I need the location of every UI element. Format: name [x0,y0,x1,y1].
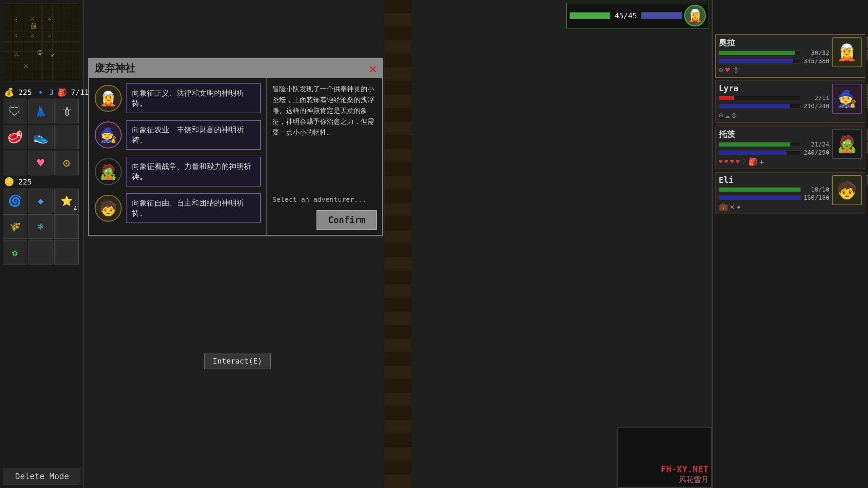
toz-portrait-icon: 🧟 [837,134,857,154]
lyra-icon3: ☮ [732,111,736,119]
char-card-lyra[interactable]: Lyra 2/11 210/240 ⊙ ☁ ☮ [715,80,865,123]
inv-slot-empty4[interactable] [28,240,53,265]
lyra-portrait: 🧙 [832,84,862,114]
char-card-aula[interactable]: 奥拉 30/32 345/380 ⊙ ♥ 🗡 [715,34,865,78]
dialog-close-button[interactable]: ✕ [369,62,377,75]
minimap: ⚔ ⚔ ⚔ ⚔ ⚔ ⚔ ⚔ ☺ 🏛 ✓ ⚔ [3,3,81,81]
mm-icon-4: ⚔ [14,31,18,39]
meat-icon: 🥩 [7,130,23,144]
choice-item-2[interactable]: 🧙 向象征农业、丰饶和财富的神明祈祷。 [95,120,261,150]
toz-arrow-up[interactable]: ▲ [866,129,868,140]
inv-slot-green-flower[interactable]: ✿ [3,240,27,265]
watermark: FH-XY.NET 风花雪月 [617,427,712,488]
lyra-mp-row: 210/240 [719,102,829,110]
resource-row: 💰 225 🔹 3 🎒 7/11 [3,85,81,99]
delete-mode-label: Delete Mode [15,472,69,481]
lyra-arrow-down[interactable]: ▼ [866,97,868,108]
choice-button-2[interactable]: 向象征农业、丰饶和财富的神明祈祷。 [126,120,261,150]
description-text: 冒险小队发现了一个供奉神灵的小圣坛，上面装饰着饱经沧桑的浅浮雕。这样的神殿肯定是… [272,83,377,190]
aula-icon1: ⊙ [719,66,723,74]
choice-avatar-1: 🧝 [95,85,122,112]
choice-avatar-icon-2: 🧙 [99,127,117,143]
dialog-title: 废弃神社 [95,61,135,75]
confirm-button[interactable]: Confirm [316,210,377,230]
inv-slot-armor[interactable]: 🛡 [3,99,27,123]
inv-slot-ring[interactable]: ⊙ [54,151,79,175]
inv-slot-meat[interactable]: 🥩 [3,125,27,149]
lyra-hp-row: 2/11 [719,94,829,101]
inv-slot-empty2[interactable] [3,151,27,175]
inv-slot-heart[interactable]: ♥ [28,151,53,175]
choice-button-3[interactable]: 向象征着战争、力量和毅力的神明祈祷。 [126,157,261,187]
choice-avatar-icon-1: 🧝 [99,90,117,107]
aula-mp-fill [719,59,793,63]
dialog-box: 废弃神社 ✕ 🧝 向象征正义、法律和文明的神明祈祷。 🧙 向象征农业、丰饶和财富… [88,58,383,236]
eli-portrait: 🧒 [832,175,862,205]
choice-avatar-2: 🧙 [95,121,122,149]
lyra-arrow-up[interactable]: ▲ [866,84,868,95]
inv-slot-top[interactable]: 👗 [28,99,53,123]
inventory-grid2: 🌀 ◆ ⭐ 4 🌾 ❄ [3,189,81,239]
inv-slot-misc[interactable]: 🌾 [3,214,27,239]
choice-avatar-icon-3: 🧟 [99,163,117,180]
char-stats-aula: 奥拉 30/32 345/380 ⊙ ♥ 🗡 [719,37,829,74]
inv-slot-empty3[interactable] [54,214,79,239]
eli-arrow-up[interactable]: ▲ [866,175,868,186]
toz-hp-fill [719,142,790,147]
resource-row2: 🪙 225 [3,175,81,189]
toz-bag-icon: 🎒 [748,157,757,166]
lyra-hp-fill [719,96,734,100]
hp-bar [570,12,610,19]
gold-value: 225 [18,88,32,97]
top-icon: 👗 [35,106,47,117]
lyra-mp-bar [719,104,801,109]
inventory-grid3: ✿ [3,240,81,265]
inv-slot-weapon[interactable]: 🗡 [54,99,79,123]
inv-slot-empty1[interactable] [54,125,79,149]
interact-button[interactable]: Interact(E) [204,353,271,369]
aula-arrow-down[interactable]: ▼ [866,50,868,61]
toz-arrow-down[interactable]: ▼ [866,142,868,153]
minimap-grid: ⚔ ⚔ ⚔ ⚔ ⚔ ⚔ ⚔ ☺ 🏛 ✓ ⚔ [3,3,81,81]
inv-slot-boot[interactable]: 👟 [28,125,53,149]
char-card-eli[interactable]: Eli 10/10 180/180 💼 ✕ ✦ [715,172,865,214]
delete-mode-button[interactable]: Delete Mode [3,468,81,485]
aula-portrait-icon: 🧝 [837,43,857,62]
boot-icon: 👟 [33,130,49,144]
toz-heart4: ♥ [736,158,740,165]
dialog-content: 🧝 向象征正义、法律和文明的神明祈祷。 🧙 向象征农业、丰饶和财富的神明祈祷。 … [89,78,382,235]
aula-hp-row: 30/32 [719,49,829,56]
choice-item-3[interactable]: 🧟 向象征着战争、力量和毅力的神明祈祷。 [95,157,261,187]
char-card-toz[interactable]: 托茨 21/24 240/290 ♥ ♥ ♥ ♥ [715,125,865,169]
toz-leaf-icon: ♧ [741,157,746,166]
hp-fill [570,13,610,19]
star-icon: ⭐ [61,195,73,207]
eli-mp-bar [719,195,801,200]
choice-button-1[interactable]: 向象征正义、法律和文明的神明祈祷。 [126,83,261,113]
char-name-lyra: Lyra [719,84,829,93]
aula-arrow-up[interactable]: ▲ [866,37,868,48]
char-name-aula: 奥拉 [719,37,829,48]
inv-slot-gem[interactable]: ◆ [28,189,53,213]
eli-mp-text: 180/180 [802,194,829,201]
inv-slot-star[interactable]: ⭐ 4 [54,189,79,213]
inv-slot-flower[interactable]: ❄ [28,214,53,239]
gold-icon: 💰 [4,87,14,97]
inv-slot-rune[interactable]: 🌀 [3,189,27,213]
misc-icon: 🌾 [9,221,21,232]
description-panel: 冒险小队发现了一个供奉神灵的小圣坛，上面装饰着饱经沧桑的浅浮雕。这样的神殿肯定是… [267,78,382,235]
mp-fill [642,13,682,19]
eli-mp-row: 180/180 [719,194,829,201]
choice-item-1[interactable]: 🧝 向象征正义、法律和文明的神明祈祷。 [95,83,261,113]
choice-button-4[interactable]: 向象征自由、自主和团结的神明祈祷。 [126,193,261,223]
aula-skill-icons: ⊙ ♥ 🗡 [719,66,829,74]
hp-display: 45/45 [612,12,639,20]
aula-mp-row: 345/380 [719,57,829,64]
gold2-value: 225 [18,178,32,186]
choice-item-4[interactable]: 🧒 向象征自由、自主和团结的神明祈祷。 [95,193,261,223]
eli-x-icon: ✕ [730,202,734,211]
player-avatar[interactable]: 🧝 [684,5,706,26]
toz-hp-row: 21/24 [719,141,829,148]
inv-slot-empty5[interactable] [54,240,79,265]
mm-icon-3: ⚔ [47,14,52,22]
